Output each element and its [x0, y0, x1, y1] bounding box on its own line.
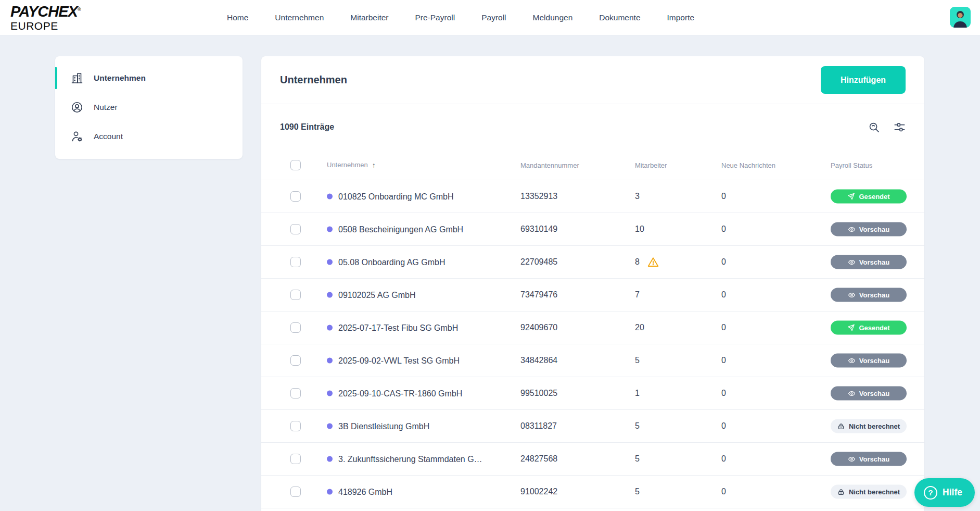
company-status-dot [327, 227, 333, 232]
company-name-link[interactable]: 2025-07-17-Test Fibu SG GmbH [338, 311, 458, 344]
payroll-status-badge[interactable]: Vorschau [831, 255, 907, 269]
client-number: 91002242 [520, 487, 557, 496]
employees-cell: 5 [635, 487, 640, 496]
nav-item-mitarbeiter[interactable]: Mitarbeiter [350, 13, 388, 22]
registered-mark: ® [78, 7, 81, 12]
company-name-link[interactable]: 2025-09-10-CAS-TR-1860 GmbH [338, 377, 462, 410]
select-all-checkbox[interactable] [290, 160, 301, 170]
employees-cell: 7 [635, 290, 640, 300]
payroll-status-badge[interactable]: Vorschau [831, 452, 907, 466]
nav-item-meldungen[interactable]: Meldungen [533, 13, 573, 22]
company-name-link[interactable]: 0508 Bescheinigungen AG GmbH [338, 213, 463, 246]
send-icon [847, 193, 855, 201]
send-icon [847, 324, 855, 332]
payroll-status-label: Vorschau [859, 357, 889, 365]
nav-item-dokumente[interactable]: Dokumente [599, 13, 640, 22]
company-status-dot [327, 489, 333, 495]
column-header-company[interactable]: Unternehmen ↑ [327, 161, 376, 169]
column-header-payroll-status[interactable]: Payroll Status [831, 161, 872, 169]
company-name-link[interactable]: 09102025 AG GmbH [338, 279, 416, 311]
sidebar-item-nutzer[interactable]: Nutzer [55, 93, 243, 122]
payroll-status-badge[interactable]: Nicht berechnet [831, 419, 907, 433]
company-name-link[interactable]: 418926 GmbH [338, 476, 392, 508]
table-row: 2025-09-10-CAS-TR-1860 GmbH 99510025 1 0 [261, 377, 924, 410]
table-row: 010825 Onboarding MC GmbH 13352913 3 0 [261, 180, 924, 213]
row-checkbox[interactable] [290, 322, 301, 333]
employees-cell: 5 [635, 421, 640, 431]
row-checkbox[interactable] [290, 191, 301, 202]
add-company-button[interactable]: Hinzufügen [821, 66, 906, 94]
company-status-dot [327, 325, 333, 331]
filter-icon[interactable] [894, 121, 906, 133]
column-header-client-number[interactable]: Mandantennummer [520, 161, 579, 169]
row-checkbox[interactable] [290, 290, 301, 300]
payroll-status-badge[interactable]: Gesendet [831, 321, 907, 335]
row-checkbox[interactable] [290, 257, 301, 267]
nav-item-pre-payroll[interactable]: Pre-Payroll [415, 13, 455, 22]
search-icon[interactable] [868, 121, 880, 133]
row-checkbox[interactable] [290, 454, 301, 464]
company-name-link[interactable]: 2025-09-02-VWL Test SG GmbH [338, 344, 460, 377]
column-header-new-messages[interactable]: Neue Nachrichten [721, 161, 775, 169]
client-number: 73479476 [520, 290, 557, 300]
payroll-status-label: Gesendet [859, 324, 889, 332]
logo-region: EUROPE [10, 20, 81, 31]
table-row: 2025-09-02-VWL Test SG GmbH 34842864 5 0 [261, 344, 924, 377]
client-number: 99510025 [520, 389, 557, 398]
eye-icon [848, 357, 856, 365]
payroll-status-badge[interactable]: Gesendet [831, 190, 907, 204]
table-row: 2025-07-17-Test Fibu SG GmbH 92409670 20… [261, 311, 924, 344]
company-name-link[interactable]: 3B Dienstleistung GmbH [338, 410, 429, 443]
employees-cell: 5 [635, 356, 640, 365]
employees-cell: 1 [635, 389, 640, 398]
company-name-link[interactable]: 3. Zukunftssicherung Stammdaten G… [338, 443, 482, 476]
employees-count: 10 [635, 225, 644, 234]
employees-count: 5 [635, 487, 640, 496]
table-row: 0508 Bescheinigungen AG GmbH 69310149 10… [261, 213, 924, 246]
payroll-status-badge[interactable]: Vorschau [831, 288, 907, 302]
main-nav: Home Unternehmen Mitarbeiter Pre-Payroll… [227, 0, 694, 35]
company-name-link[interactable]: 05.08 Onboarding AG GmbH [338, 246, 445, 279]
lock-icon [837, 488, 845, 496]
payroll-status-badge[interactable]: Vorschau [831, 354, 907, 368]
payroll-status-badge[interactable]: Vorschau [831, 387, 907, 401]
eye-icon [848, 226, 856, 233]
warning-icon [647, 256, 659, 268]
row-checkbox[interactable] [290, 421, 301, 431]
row-checkbox[interactable] [290, 355, 301, 366]
table-header: Unternehmen ↑ Mandantennummer Mitarbeite… [261, 150, 924, 180]
payroll-status-label: Gesendet [859, 193, 889, 201]
payroll-status-label: Vorschau [859, 455, 889, 463]
nav-item-importe[interactable]: Importe [667, 13, 695, 22]
user-avatar[interactable] [950, 7, 971, 28]
help-button[interactable]: ? Hilfe [914, 478, 975, 507]
row-checkbox[interactable] [290, 224, 301, 234]
client-number: 24827568 [520, 454, 557, 464]
payroll-status-badge[interactable]: Nicht berechnet [831, 485, 907, 499]
client-number: 69310149 [520, 225, 557, 234]
paychex-logo: PAYCHEX® EUROPE [10, 4, 81, 31]
new-messages-count: 0 [721, 389, 726, 398]
nav-item-unternehmen[interactable]: Unternehmen [275, 13, 324, 22]
column-header-employees[interactable]: Mitarbeiter [635, 161, 667, 169]
company-name-link[interactable]: 010825 Onboarding MC GmbH [338, 180, 453, 213]
payroll-status-badge[interactable]: Vorschau [831, 222, 907, 236]
lock-icon [837, 422, 845, 430]
building-icon [71, 72, 83, 84]
payroll-status-label: Nicht berechnet [849, 422, 900, 430]
sidebar-item-unternehmen[interactable]: Unternehmen [55, 64, 243, 93]
row-checkbox[interactable] [290, 487, 301, 497]
logo-name: PAYCHEX® [10, 4, 81, 19]
nav-item-payroll[interactable]: Payroll [481, 13, 506, 22]
payroll-status-label: Vorschau [859, 258, 889, 266]
main-panel: Unternehmen Hinzufügen 1090 Einträge Unt… [261, 56, 924, 511]
new-messages-count: 0 [721, 421, 726, 431]
client-number: 34842864 [520, 356, 557, 365]
table-body: 010825 Onboarding MC GmbH 13352913 3 0 [261, 180, 924, 508]
client-number: 13352913 [520, 192, 557, 201]
user-circle-icon [71, 101, 83, 114]
sidebar-item-account[interactable]: Account [55, 122, 243, 151]
row-checkbox[interactable] [290, 388, 301, 398]
table-toolbar: 1090 Einträge [261, 104, 924, 150]
nav-item-home[interactable]: Home [227, 13, 248, 22]
